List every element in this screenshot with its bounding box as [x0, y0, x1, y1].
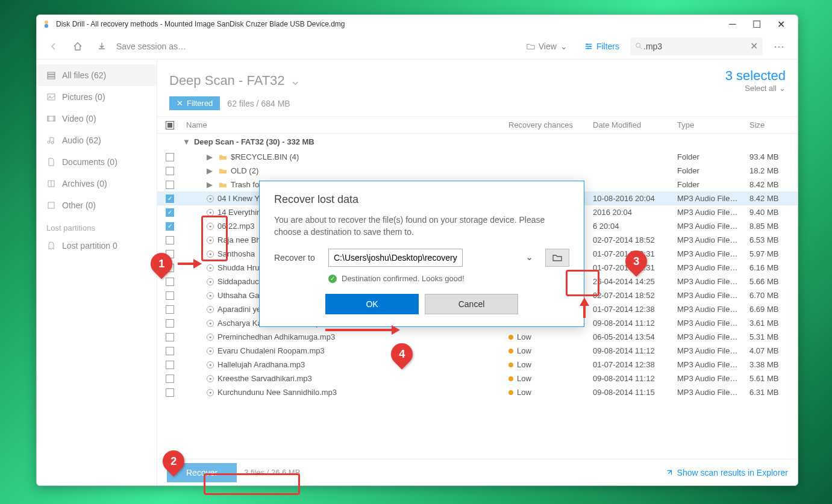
- type-cell: MP3 Audio File…: [677, 319, 749, 328]
- close-button[interactable]: ✕: [769, 15, 793, 33]
- svg-point-14: [48, 141, 50, 143]
- col-recovery[interactable]: Recovery chances: [508, 120, 593, 129]
- save-icon[interactable]: [92, 37, 111, 56]
- selected-count: 3 selected: [725, 68, 786, 84]
- type-cell: MP3 Audio File…: [677, 208, 749, 217]
- row-checkbox[interactable]: [166, 167, 174, 175]
- sidebar-item-documents[interactable]: Documents (0): [37, 151, 157, 173]
- file-name: 06 22.mp3: [217, 222, 254, 231]
- back-button[interactable]: [44, 37, 63, 56]
- size-cell: 6.16 MB: [749, 263, 798, 272]
- save-session-label[interactable]: Save session as…: [116, 42, 186, 51]
- row-checkbox[interactable]: [166, 291, 174, 300]
- folder-icon: [527, 42, 535, 51]
- type-cell: Folder: [677, 152, 749, 161]
- table-row[interactable]: ●Preminchedhan Adhikamuga.mp3Low06-05-20…: [157, 330, 798, 344]
- row-checkbox[interactable]: [166, 319, 174, 328]
- maximize-button[interactable]: ☐: [745, 15, 769, 33]
- sidebar-item-pictures[interactable]: Pictures (0): [37, 86, 157, 108]
- sidebar-item-audio[interactable]: Audio (62): [37, 129, 157, 151]
- size-cell: 5.97 MB: [749, 249, 798, 258]
- table-row[interactable]: ●Hallelujah Aradhana.mp3Low01-07-2014 12…: [157, 358, 798, 372]
- col-size[interactable]: Size: [749, 120, 798, 129]
- row-checkbox[interactable]: [166, 388, 174, 397]
- sidebar-item-video[interactable]: Video (0): [37, 108, 157, 129]
- col-date[interactable]: Date Modified: [593, 120, 677, 129]
- sidebar-item-allfiles[interactable]: All files (62): [37, 64, 157, 86]
- svg-point-2: [586, 43, 588, 45]
- show-in-explorer-link[interactable]: Show scan results in Explorer: [665, 468, 788, 478]
- type-cell: MP3 Audio File…: [677, 194, 749, 203]
- size-cell: 8.85 MB: [749, 222, 798, 231]
- search-input[interactable]: [643, 42, 750, 51]
- file-name: Evaru Chudaleni Roopam.mp3: [217, 346, 325, 355]
- collapse-icon[interactable]: ▼: [183, 137, 190, 146]
- filtered-chip[interactable]: ✕Filtered: [169, 96, 220, 110]
- home-button[interactable]: [68, 37, 87, 56]
- row-checkbox[interactable]: [166, 278, 174, 286]
- recover-dialog: Recover lost data You are about to recov…: [259, 181, 584, 327]
- row-checkbox[interactable]: [166, 250, 174, 258]
- sidebar-item-archives[interactable]: Archives (0): [37, 173, 157, 194]
- svg-rect-8: [48, 77, 55, 79]
- search-box[interactable]: ✕: [630, 37, 763, 55]
- size-cell: 18.2 MB: [749, 166, 798, 175]
- ok-button[interactable]: OK: [325, 294, 419, 314]
- group-row[interactable]: ▼ Deep Scan - FAT32 (30) - 332 MB: [157, 134, 798, 150]
- row-checkbox[interactable]: [166, 181, 174, 189]
- sidebar-label: Audio (62): [62, 135, 101, 145]
- date-cell: 01-07-2014 12:38: [593, 360, 677, 369]
- table-row[interactable]: ●Kreesthe Sarvadhikari.mp3Low09-08-2014 …: [157, 372, 798, 385]
- minimize-button[interactable]: ─: [721, 15, 745, 33]
- row-checkbox[interactable]: [166, 194, 174, 203]
- row-checkbox[interactable]: [166, 375, 174, 383]
- close-icon[interactable]: ✕: [177, 99, 183, 108]
- row-checkbox[interactable]: [166, 264, 174, 272]
- col-type[interactable]: Type: [677, 120, 749, 129]
- table-row[interactable]: ●Evaru Chudaleni Roopam.mp3Low09-08-2014…: [157, 344, 798, 358]
- row-checkbox[interactable]: [166, 222, 174, 231]
- select-all-button[interactable]: Select all ⌄: [725, 84, 786, 93]
- row-checkbox[interactable]: [166, 236, 174, 244]
- sidebar-item-lostpartition[interactable]: Lost partition 0: [37, 235, 157, 257]
- view-button[interactable]: View ⌄: [521, 39, 574, 54]
- clear-search-icon[interactable]: ✕: [750, 40, 758, 52]
- video-icon: [46, 114, 56, 123]
- file-name: Santhosha: [217, 249, 255, 258]
- sidebar-label: All files (62): [62, 70, 106, 80]
- row-checkbox[interactable]: [166, 305, 174, 314]
- type-cell: MP3 Audio File…: [677, 291, 749, 300]
- row-checkbox[interactable]: [166, 333, 174, 341]
- confirm-text: Destination confirmed. Looks good!: [342, 274, 464, 283]
- more-button[interactable]: ⋯: [768, 40, 790, 53]
- size-cell: 4.07 MB: [749, 346, 798, 355]
- browse-button[interactable]: [545, 249, 569, 267]
- table-row[interactable]: ▶$RECYCLE.BIN (4)Folder93.4 MB: [157, 150, 798, 164]
- destination-select[interactable]: C:\Users\joshu\Desktop\recovery: [328, 249, 463, 267]
- table-row[interactable]: ●Kurchundunu Nee Sannidhilo.mp3Low09-08-…: [157, 385, 798, 399]
- chevron-down-icon[interactable]: ⌄: [290, 73, 301, 89]
- filters-button[interactable]: Filters: [578, 39, 625, 54]
- cancel-button[interactable]: Cancel: [425, 294, 518, 314]
- row-checkbox[interactable]: [166, 347, 174, 355]
- document-icon: [46, 157, 56, 167]
- size-cell: 3.38 MB: [749, 360, 798, 369]
- col-name[interactable]: Name: [183, 120, 508, 129]
- row-checkbox[interactable]: [166, 361, 174, 369]
- audio-file-icon: ●: [207, 223, 214, 230]
- recovery-dot: [508, 349, 513, 353]
- sidebar-item-other[interactable]: Other (0): [37, 194, 157, 216]
- size-cell: 9.40 MB: [749, 208, 798, 217]
- dialog-title: Recover lost data: [274, 193, 569, 206]
- recover-button[interactable]: Recover: [167, 463, 237, 482]
- svg-rect-17: [48, 202, 54, 208]
- select-all-checkbox[interactable]: [166, 121, 174, 129]
- date-cell: 26-04-2014 14:25: [593, 277, 677, 286]
- size-cell: 8.42 MB: [749, 194, 798, 203]
- row-checkbox[interactable]: [166, 153, 174, 161]
- svg-rect-13: [54, 116, 55, 121]
- recovery-chance: Low: [517, 374, 531, 383]
- row-checkbox[interactable]: [166, 208, 174, 217]
- svg-rect-6: [48, 72, 55, 74]
- table-row[interactable]: ▶OLD (2)Folder18.2 MB: [157, 164, 798, 178]
